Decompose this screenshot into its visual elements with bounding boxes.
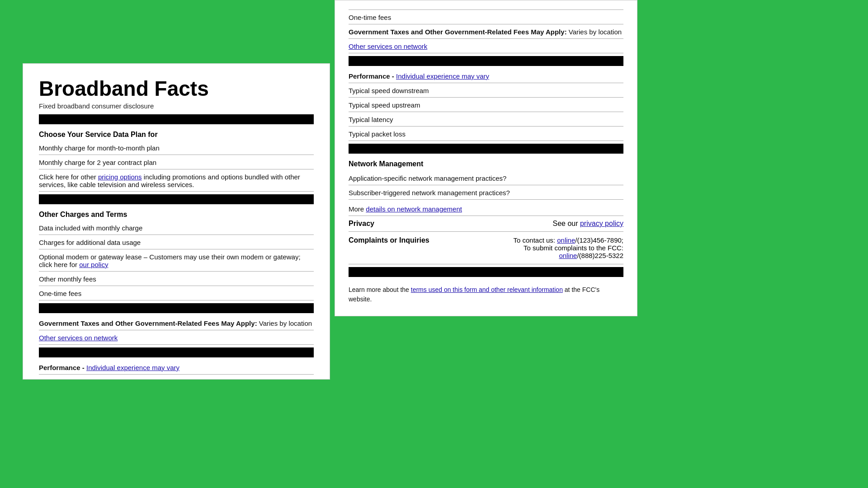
list-item: Typical speed downstream (349, 83, 623, 98)
gov-fees-row: Government Taxes and Other Government-Re… (39, 316, 314, 330)
perf-label-left: Performance - (39, 364, 86, 371)
list-item: Other monthly fees (39, 272, 314, 286)
perf-label-right: Performance - (349, 72, 396, 80)
list-item: Click here for other pricing options inc… (39, 169, 314, 192)
modem-text-before: Optional modem or gateway lease – Custom… (39, 253, 301, 268)
black-bar-2 (39, 194, 314, 204)
list-item: Optional modem or gateway lease – Custom… (39, 249, 314, 272)
list-item: Typical speed upstream (349, 98, 623, 112)
complaints-row: Complaints or Inquiries To contact us: o… (349, 232, 623, 264)
list-item: Monthly charge for month-to-month plan (39, 141, 314, 155)
privacy-policy-link[interactable]: privacy policy (580, 220, 623, 227)
complaints-fcc-phone: /(888)225-5322 (577, 252, 623, 259)
black-bar-3 (39, 303, 314, 313)
perf-header-right: Performance - Individual experience may … (349, 69, 623, 83)
perf-link-right[interactable]: Individual experience may vary (396, 72, 489, 80)
one-time-fees-row: One-time fees (349, 9, 623, 24)
list-item: One-time fees (39, 286, 314, 300)
perf-header-left: Performance - Individual experience may … (39, 360, 314, 375)
gov-text: Varies by location (259, 319, 312, 327)
list-item: Typical packet loss (349, 127, 623, 141)
black-bar-1 (39, 114, 314, 124)
gov-header-right: Government Taxes and Other Government-Re… (349, 28, 567, 36)
complaints-label: Complaints or Inquiries (349, 236, 429, 244)
network-details-before: More (349, 205, 366, 213)
complaints-fcc-link[interactable]: online (559, 252, 577, 259)
network-details-row: More details on network management (349, 202, 623, 216)
complaints-contact-info: To contact us: online/(123)456-7890; To … (513, 236, 623, 259)
right-panel: One-time fees Government Taxes and Other… (335, 0, 637, 316)
list-item: Data included with monthly charge (39, 221, 314, 235)
complaints-fcc-link-line: online/(888)225-5322 (513, 252, 623, 259)
network-header: Network Management (349, 156, 623, 171)
black-bar-4 (39, 347, 314, 357)
complaints-contact-before: To contact us: (513, 236, 557, 244)
pricing-options-link[interactable]: pricing options (98, 173, 142, 181)
footer-text: Learn more about the terms used on this … (349, 280, 623, 306)
privacy-label: Privacy (349, 220, 374, 228)
gov-text-right: Varies by location (569, 28, 622, 36)
list-item: Charges for additional data usage (39, 235, 314, 249)
main-title: Broadband Facts (39, 77, 314, 100)
black-bar-right-1 (349, 56, 623, 66)
other-services-link-right[interactable]: Other services on network (349, 42, 427, 50)
footer-link[interactable]: terms used on this form and other releva… (411, 286, 563, 293)
left-panel: Broadband Facts Fixed broadband consumer… (23, 63, 330, 380)
complaints-fcc-line: To submit complaints to the FCC: (513, 244, 623, 252)
privacy-see-our: See our (552, 220, 580, 227)
complaints-contact-link[interactable]: online (557, 236, 575, 244)
complaints-contact-line: To contact us: online/(123)456-7890; (513, 236, 623, 244)
gov-fees-right: Government Taxes and Other Government-Re… (349, 24, 623, 39)
footer-before: Learn more about the (349, 286, 411, 293)
black-bar-right-3 (349, 267, 623, 277)
list-item: Subscriber-triggered network management … (349, 185, 623, 200)
privacy-text-container: See our privacy policy (552, 220, 623, 228)
subtitle: Fixed broadband consumer disclosure (39, 102, 314, 110)
section1-header: Choose Your Service Data Plan for (39, 127, 314, 141)
complaints-contact-phone: /(123)456-7890; (575, 236, 623, 244)
pricing-text-before: Click here for other (39, 173, 98, 181)
list-item: Typical latency (349, 112, 623, 127)
privacy-row: Privacy See our privacy policy (349, 216, 623, 232)
list-item: Application-specific network management … (349, 171, 623, 185)
other-services-link-left[interactable]: Other services on network (39, 334, 118, 342)
list-item: Monthly charge for 2 year contract plan (39, 155, 314, 169)
other-services-left: Other services on network (39, 330, 314, 345)
network-details-link[interactable]: details on network management (366, 205, 462, 213)
list-item: Typical speed downstream (39, 375, 314, 380)
gov-header: Government Taxes and Other Government-Re… (39, 319, 257, 327)
black-bar-right-2 (349, 144, 623, 154)
complaints-fcc-before: To submit complaints to the FCC: (524, 244, 623, 252)
perf-link-left[interactable]: Individual experience may vary (86, 364, 179, 371)
our-policy-link[interactable]: our policy (79, 261, 108, 268)
other-services-right: Other services on network (349, 39, 623, 53)
section2-header: Other Charges and Terms (39, 207, 314, 221)
